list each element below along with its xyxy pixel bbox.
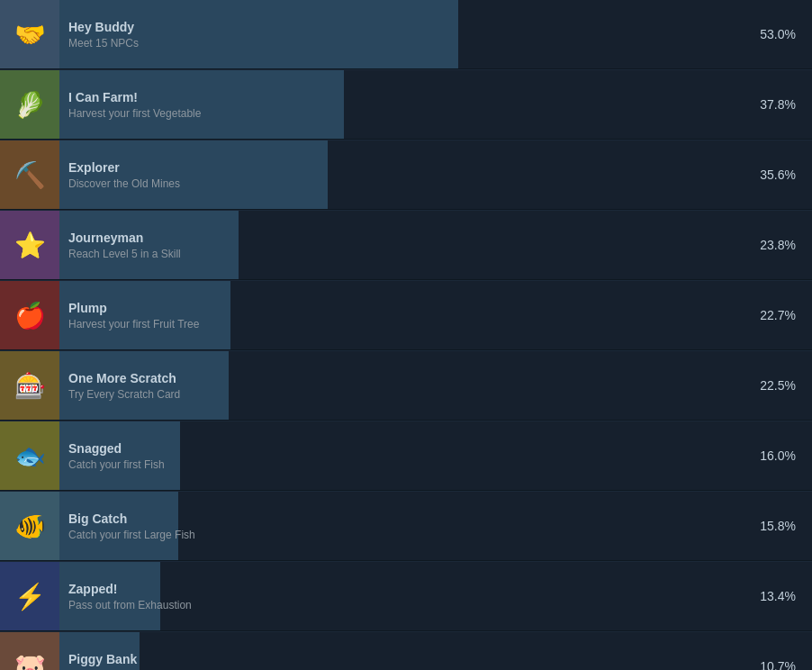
achievement-percent-explorer: 35.6% <box>740 168 812 182</box>
achievement-icon-zapped: ⚡ <box>0 562 59 631</box>
achievement-desc-one-more-scratch: Try Every Scratch Card <box>68 388 731 401</box>
achievement-icon-big-catch: 🐠 <box>0 492 59 561</box>
achievement-row-big-catch[interactable]: 🐠 Big Catch Catch your first Large Fish … <box>0 492 812 561</box>
achievement-content-piggy-bank: Piggy Bank Earn $10,000 <box>59 652 740 671</box>
achievement-content-hey-buddy: Hey Buddy Meet 15 NPCs <box>59 20 740 50</box>
achievement-percent-snagged: 16.0% <box>740 448 812 463</box>
achievement-row-piggy-bank[interactable]: 🐷 Piggy Bank Earn $10,000 10.7% <box>0 632 812 670</box>
achievement-desc-explorer: Discover the Old Mines <box>68 177 731 190</box>
achievement-percent-piggy-bank: 10.7% <box>740 659 812 670</box>
achievement-content-big-catch: Big Catch Catch your first Large Fish <box>59 512 740 541</box>
achievement-icon-piggy-bank: 🐷 <box>0 632 59 670</box>
achievement-icon-snagged: 🐟 <box>0 421 59 491</box>
achievement-icon-i-can-farm: 🥬 <box>0 70 59 140</box>
achievement-desc-zapped: Pass out from Exhaustion <box>68 599 731 611</box>
achievement-icon-journeyman: ⭐ <box>0 211 59 280</box>
achievement-percent-i-can-farm: 37.8% <box>740 97 812 112</box>
achievement-title-snagged: Snagged <box>68 441 731 456</box>
achievement-row-zapped[interactable]: ⚡ Zapped! Pass out from Exhaustion 13.4% <box>0 562 812 631</box>
achievement-desc-plump: Harvest your first Fruit Tree <box>68 318 731 330</box>
achievement-icon-one-more-scratch: 🎰 <box>0 351 59 421</box>
achievement-title-explorer: Explorer <box>68 160 731 175</box>
achievement-row-hey-buddy[interactable]: 🤝 Hey Buddy Meet 15 NPCs 53.0% <box>0 0 812 69</box>
achievement-percent-hey-buddy: 53.0% <box>740 27 812 41</box>
achievement-title-big-catch: Big Catch <box>68 512 731 526</box>
achievement-desc-i-can-farm: Harvest your first Vegetable <box>68 107 731 120</box>
achievement-title-piggy-bank: Piggy Bank <box>68 652 731 666</box>
achievement-row-journeyman[interactable]: ⭐ Journeyman Reach Level 5 in a Skill 23… <box>0 211 812 280</box>
achievement-row-i-can-farm[interactable]: 🥬 I Can Farm! Harvest your first Vegetab… <box>0 70 812 140</box>
achievement-percent-journeyman: 23.8% <box>740 238 812 252</box>
achievement-title-zapped: Zapped! <box>68 582 731 596</box>
achievement-title-plump: Plump <box>68 301 731 315</box>
achievement-desc-snagged: Catch your first Fish <box>68 458 731 471</box>
achievement-row-plump[interactable]: 🍎 Plump Harvest your first Fruit Tree 22… <box>0 281 812 350</box>
achievement-content-zapped: Zapped! Pass out from Exhaustion <box>59 582 740 611</box>
achievement-row-one-more-scratch[interactable]: 🎰 One More Scratch Try Every Scratch Car… <box>0 351 812 421</box>
achievement-title-i-can-farm: I Can Farm! <box>68 90 731 104</box>
achievement-content-plump: Plump Harvest your first Fruit Tree <box>59 301 740 330</box>
achievement-desc-big-catch: Catch your first Large Fish <box>68 529 731 541</box>
achievement-content-one-more-scratch: One More Scratch Try Every Scratch Card <box>59 371 740 401</box>
achievement-percent-big-catch: 15.8% <box>740 519 812 533</box>
achievement-percent-zapped: 13.4% <box>740 589 812 603</box>
achievement-icon-explorer: ⛏️ <box>0 140 59 210</box>
achievement-content-journeyman: Journeyman Reach Level 5 in a Skill <box>59 231 740 260</box>
achievement-percent-one-more-scratch: 22.5% <box>740 378 812 393</box>
achievement-content-explorer: Explorer Discover the Old Mines <box>59 160 740 190</box>
achievement-title-hey-buddy: Hey Buddy <box>68 20 731 34</box>
achievement-icon-hey-buddy: 🤝 <box>0 0 59 69</box>
achievement-desc-journeyman: Reach Level 5 in a Skill <box>68 248 731 260</box>
achievement-row-explorer[interactable]: ⛏️ Explorer Discover the Old Mines 35.6% <box>0 140 812 210</box>
achievement-content-i-can-farm: I Can Farm! Harvest your first Vegetable <box>59 90 740 120</box>
achievement-list: 🤝 Hey Buddy Meet 15 NPCs 53.0% 🥬 I Can F… <box>0 0 812 670</box>
achievement-title-one-more-scratch: One More Scratch <box>68 371 731 385</box>
achievement-percent-plump: 22.7% <box>740 308 812 322</box>
achievement-content-snagged: Snagged Catch your first Fish <box>59 441 740 471</box>
achievement-icon-plump: 🍎 <box>0 281 59 350</box>
achievement-desc-hey-buddy: Meet 15 NPCs <box>68 37 731 50</box>
achievement-row-snagged[interactable]: 🐟 Snagged Catch your first Fish 16.0% <box>0 421 812 491</box>
achievement-title-journeyman: Journeyman <box>68 231 731 245</box>
